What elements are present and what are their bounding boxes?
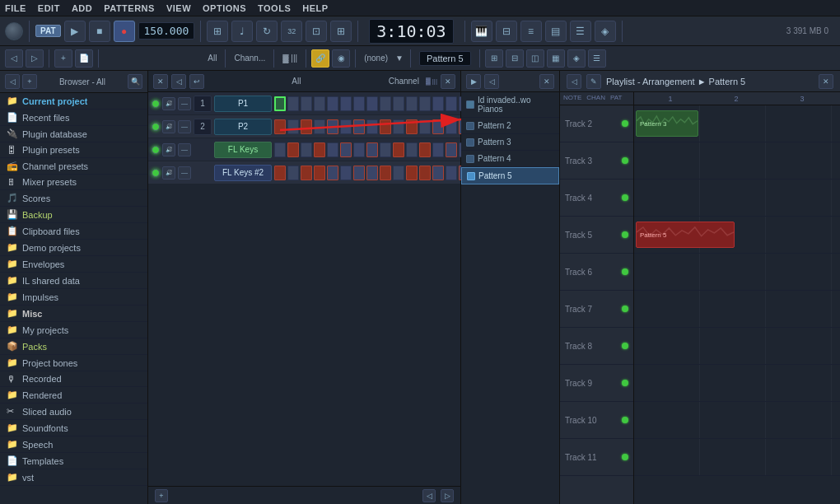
step-pad[interactable] [274, 119, 286, 134]
step-pad[interactable] [353, 142, 365, 157]
playlist-layout-btn1[interactable]: ⊞ [485, 49, 503, 68]
step-pad[interactable] [366, 96, 378, 111]
playlist-layout-btn2[interactable]: ⊟ [506, 49, 524, 68]
cr-close2-btn[interactable]: ✕ [441, 74, 455, 89]
step-pad[interactable] [393, 166, 404, 180]
link-btn[interactable]: 🔗 [311, 49, 329, 68]
step-pad[interactable] [419, 119, 431, 134]
step-pad[interactable] [406, 96, 418, 111]
playlist-btn[interactable]: ▤ [545, 21, 567, 42]
track-label-9[interactable]: Track 9 [560, 365, 633, 402]
step-pad[interactable] [340, 96, 352, 111]
step-pad[interactable] [327, 142, 338, 157]
step-pad[interactable] [406, 119, 418, 134]
step-pad[interactable] [366, 142, 378, 157]
track-grid-row-10[interactable] [634, 402, 840, 439]
step-pad[interactable] [446, 96, 457, 111]
pl-item-1[interactable]: Pattern 2 [461, 118, 559, 134]
playlist-tool-btn[interactable]: ✎ [586, 74, 601, 89]
track-label-10[interactable]: Track 10 [560, 402, 633, 439]
menu-tools[interactable]: TOOLS [258, 3, 291, 13]
sidebar-item-clipboard-files[interactable]: 📋 Clipboard files [0, 223, 147, 240]
step-pad[interactable] [366, 119, 378, 134]
playlist-grid[interactable]: 1 2 3 4 5 6 7 8 [634, 92, 840, 504]
piano-btn[interactable]: 🎹 [471, 21, 492, 42]
step-pad[interactable] [327, 96, 338, 111]
sidebar-item-demo-projects[interactable]: 📁 Demo projects [0, 240, 147, 256]
sidebar-item-recorded[interactable]: 🎙 Recorded [0, 371, 147, 387]
ch2-name-btn[interactable]: P2 [214, 119, 272, 135]
new-pattern-btn[interactable]: 📄 [75, 49, 93, 68]
sidebar-item-my-projects[interactable]: 📁 My projects [0, 322, 147, 338]
menu-help[interactable]: HELP [302, 3, 328, 13]
track-grid-row-6[interactable] [634, 254, 840, 291]
step-pad[interactable] [432, 119, 444, 134]
sidebar-item-speech[interactable]: 📁 Speech [0, 436, 147, 453]
sidebar-back-btn[interactable]: ◁ [5, 74, 20, 89]
ch3-led[interactable] [152, 146, 160, 154]
cr-scroll-right-btn[interactable]: ▷ [441, 489, 454, 502]
sidebar-item-templates[interactable]: 📄 Templates [0, 453, 147, 469]
cr-add-btn[interactable]: + [155, 489, 168, 502]
menu-options[interactable]: OPTIONS [203, 3, 246, 13]
step-pad[interactable] [274, 142, 286, 157]
sidebar-item-envelopes[interactable]: 📁 Envelopes [0, 256, 147, 273]
ch3-name-btn[interactable]: FL Keys [214, 142, 272, 158]
sidebar-item-current-project[interactable]: 📁 Current project [0, 93, 147, 110]
pl-play-btn[interactable]: ▶ [466, 74, 481, 89]
playlist-close-btn[interactable]: ✕ [819, 74, 833, 89]
track-grid-row-3[interactable] [634, 142, 840, 180]
step-pad[interactable] [419, 166, 431, 180]
menu-view[interactable]: VIEW [166, 3, 191, 13]
step-pad[interactable] [393, 96, 404, 111]
step-pad[interactable] [406, 166, 418, 180]
none-selector[interactable]: (none) [361, 54, 391, 63]
step-pad[interactable] [287, 142, 299, 157]
menu-edit[interactable]: EDIT [38, 3, 60, 13]
pl-item-3[interactable]: Pattern 4 [461, 151, 559, 167]
ch3-mute-btn[interactable]: 🔊 [162, 143, 175, 156]
step-pad[interactable] [301, 166, 312, 180]
ch1-mute-btn[interactable]: 🔊 [162, 97, 175, 110]
snap-btn[interactable]: ⊞ [207, 21, 228, 42]
track-label-2[interactable]: Track 2 [560, 105, 633, 142]
cr-nav-btn[interactable]: ◁ [171, 74, 186, 89]
sidebar-item-il-shared-data[interactable]: 📁 IL shared data [0, 273, 147, 289]
ch4-name-btn[interactable]: FL Keys #2 [214, 165, 272, 181]
track-grid-row-2[interactable]: Pattern 3 [634, 105, 840, 142]
playlist-nav-btn[interactable]: ◁ [567, 74, 581, 89]
playlist-layout-btn3[interactable]: ◫ [526, 49, 544, 68]
selector-arrow[interactable]: ▼ [394, 54, 405, 63]
step-pad[interactable] [301, 96, 312, 111]
step-pad[interactable] [314, 166, 325, 180]
undo-btn[interactable]: ◁ [5, 49, 23, 68]
metronome-btn[interactable]: ♩ [231, 21, 253, 42]
step-pad[interactable] [393, 119, 404, 134]
step-pad[interactable] [446, 166, 457, 180]
step-pad[interactable] [314, 119, 325, 134]
pl-close-btn[interactable]: ✕ [539, 74, 554, 89]
step-pad[interactable] [340, 119, 352, 134]
ch3-solo-btn[interactable]: — [178, 143, 191, 156]
pl-item-2[interactable]: Pattern 3 [461, 134, 559, 151]
step-pad[interactable] [419, 96, 431, 111]
ch1-solo-btn[interactable]: — [178, 97, 191, 110]
ch4-solo-btn[interactable]: — [178, 166, 191, 180]
step-pad[interactable] [327, 166, 338, 180]
step-pad[interactable] [314, 96, 325, 111]
cr-scroll-left-btn[interactable]: ◁ [422, 489, 436, 502]
ch4-mute-btn[interactable]: 🔊 [162, 166, 175, 180]
sidebar-item-backup[interactable]: 💾 Backup [0, 207, 147, 223]
ch1-led[interactable] [152, 100, 160, 108]
pl-item-4[interactable]: Pattern 5 [461, 167, 559, 184]
plugin-btn[interactable]: ◈ [595, 21, 616, 42]
cr-undo-btn[interactable]: ↩ [189, 74, 204, 89]
step-pad[interactable] [393, 142, 404, 157]
sidebar-item-vst[interactable]: 📁 vst [0, 469, 147, 486]
step-pad[interactable] [432, 142, 444, 157]
track-label-7[interactable]: Track 7 [560, 291, 633, 328]
track-grid-row-4[interactable] [634, 180, 840, 217]
step-pad[interactable] [274, 96, 286, 111]
step-pad[interactable] [340, 166, 352, 180]
sidebar-item-soundfonts[interactable]: 📁 Soundfonts [0, 420, 147, 436]
